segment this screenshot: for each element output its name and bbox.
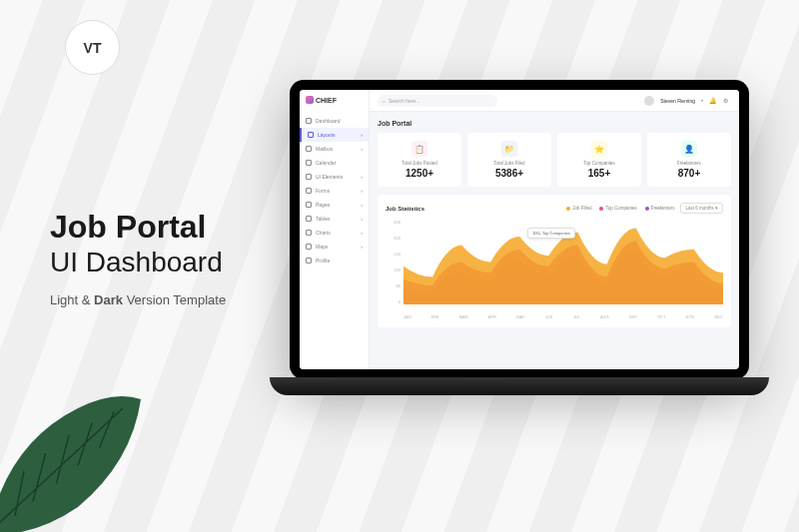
nav-icon	[306, 258, 312, 264]
nav-icon	[306, 244, 312, 250]
sidebar-item-tables[interactable]: Tables›	[300, 212, 369, 226]
stat-cards: 📋Total Jobs Posted1250+📁Total Jobs Filed…	[378, 133, 731, 187]
nav-icon	[306, 230, 312, 236]
page-title: Job Portal	[378, 120, 731, 127]
user-name[interactable]: Steven Fleming	[660, 98, 695, 104]
chart-legend: Job FilledTop CompaniesFreelancers	[566, 206, 674, 211]
sidebar: CHIEF DashboardLayouts›Mailbox›CalendarU…	[300, 90, 370, 369]
search-input[interactable]: ⌕ Search here...	[378, 95, 497, 107]
settings-icon[interactable]: ⚙	[723, 97, 731, 105]
chart-card: Job Statistics Job FilledTop CompaniesFr…	[378, 195, 731, 327]
designer-badge: VT	[65, 20, 120, 75]
stat-label: Freelancers	[651, 161, 727, 166]
stat-icon: 👤	[681, 141, 697, 157]
leaf-decor	[0, 372, 150, 532]
sidebar-item-calendar[interactable]: Calendar	[300, 156, 369, 170]
nav-icon	[306, 174, 312, 180]
promo-title: Job Portal	[50, 210, 226, 245]
nav-icon	[306, 188, 312, 194]
nav-icon	[306, 202, 312, 208]
laptop-mockup: CHIEF DashboardLayouts›Mailbox›CalendarU…	[270, 80, 769, 419]
nav-icon	[306, 160, 312, 166]
promo-block: Job Portal UI Dashboard Light & Dark Ver…	[50, 210, 226, 307]
y-axis: 400320240160800	[386, 220, 403, 304]
sidebar-item-profile[interactable]: Profile	[300, 254, 369, 267]
nav-list: DashboardLayouts›Mailbox›CalendarUI Elem…	[300, 110, 369, 369]
sidebar-item-ui-elements[interactable]: UI Elements›	[300, 170, 369, 184]
legend-item[interactable]: Job Filled	[566, 206, 591, 211]
stat-value: 5386+	[471, 168, 547, 179]
stat-icon: ⭐	[591, 141, 607, 157]
search-icon: ⌕	[383, 98, 386, 104]
stat-card: 📁Total Jobs Filed5386+	[467, 133, 551, 187]
legend-dot	[566, 207, 570, 211]
stat-icon: 📋	[411, 141, 427, 157]
sidebar-item-charts[interactable]: Charts›	[300, 226, 369, 240]
chart-title: Job Statistics	[386, 206, 424, 212]
chevron-right-icon: ›	[361, 216, 363, 222]
nav-icon	[306, 216, 312, 222]
sidebar-item-maps[interactable]: Maps›	[300, 240, 369, 254]
stat-label: Top Companies	[561, 161, 637, 166]
chevron-right-icon: ›	[361, 188, 363, 194]
brand-logo[interactable]: CHIEF	[300, 90, 369, 110]
chart-body: 400320240160800 100+ Top Companies JANFE…	[386, 220, 723, 319]
legend-dot	[645, 207, 649, 211]
period-selector[interactable]: Last 6 months ▾	[680, 203, 723, 214]
nav-icon	[308, 132, 314, 138]
stat-card: ⭐Top Companies165+	[557, 133, 641, 187]
stat-label: Total Jobs Filed	[471, 161, 547, 166]
stat-value: 1250+	[382, 168, 457, 179]
stat-card: 👤Freelancers870+	[647, 133, 731, 187]
search-placeholder: Search here...	[389, 98, 419, 104]
chevron-right-icon: ›	[361, 174, 363, 180]
x-axis: JANFEBMARAPRMAYJUNJULAUGSEPOCTNOVDEC	[403, 314, 723, 319]
topbar: ⌕ Search here... Steven Fleming ▾ 🔔 ⚙	[370, 90, 739, 112]
chevron-right-icon: ›	[361, 230, 363, 236]
chevron-right-icon: ›	[361, 244, 363, 250]
chart-tooltip: 100+ Top Companies	[527, 228, 575, 239]
promo-tagline: Light & Dark Version Template	[50, 292, 226, 307]
bell-icon[interactable]: 🔔	[709, 97, 717, 105]
sidebar-item-dashboard[interactable]: Dashboard	[300, 114, 369, 128]
badge-text: VT	[84, 40, 102, 56]
sidebar-item-forms[interactable]: Forms›	[300, 184, 369, 198]
stat-card: 📋Total Jobs Posted1250+	[378, 133, 461, 187]
sidebar-item-pages[interactable]: Pages›	[300, 198, 369, 212]
chevron-right-icon: ›	[361, 202, 363, 208]
stat-icon: 📁	[501, 141, 517, 157]
nav-icon	[306, 118, 312, 124]
promo-subtitle: UI Dashboard	[50, 247, 226, 278]
avatar[interactable]	[644, 96, 654, 106]
sidebar-item-mailbox[interactable]: Mailbox›	[300, 142, 369, 156]
logo-icon	[306, 96, 314, 104]
brand-text: CHIEF	[316, 97, 337, 104]
stat-label: Total Jobs Posted	[382, 161, 457, 166]
chevron-right-icon: ›	[361, 146, 363, 152]
nav-icon	[306, 146, 312, 152]
legend-dot	[599, 207, 603, 211]
chevron-right-icon: ›	[361, 132, 363, 138]
chevron-down-icon[interactable]: ▾	[701, 98, 703, 103]
stat-value: 870+	[651, 168, 727, 179]
sidebar-item-layouts[interactable]: Layouts›	[300, 128, 369, 142]
stat-value: 165+	[561, 168, 637, 179]
app-screen: CHIEF DashboardLayouts›Mailbox›CalendarU…	[300, 90, 739, 369]
legend-item[interactable]: Top Companies	[599, 206, 636, 211]
legend-item[interactable]: Freelancers	[645, 206, 675, 211]
